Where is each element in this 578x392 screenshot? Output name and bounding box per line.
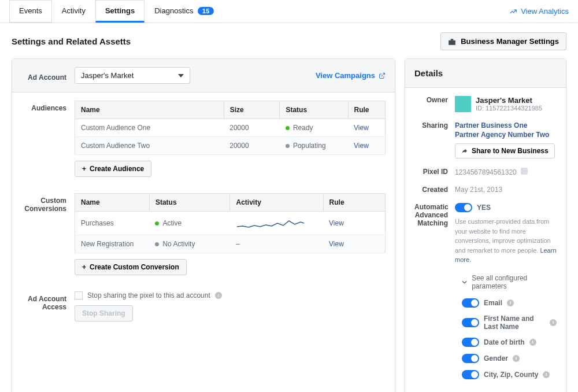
- aam-label: Automatic Advanced Matching: [414, 203, 455, 265]
- status-dot-icon: [155, 242, 159, 246]
- tab-diagnostics[interactable]: Diagnostics 15: [144, 0, 224, 23]
- status-dot-icon: [286, 144, 290, 148]
- chevron-down-icon: [462, 279, 467, 285]
- view-rule-link[interactable]: View: [354, 124, 369, 132]
- audiences-header-size: Size: [224, 101, 280, 119]
- sharing-label: Sharing: [414, 121, 455, 158]
- info-icon[interactable]: i: [543, 371, 550, 378]
- copy-icon[interactable]: [521, 168, 528, 175]
- conversions-table: Name Status Activity Rule Purchases Acti…: [75, 193, 386, 253]
- stop-sharing-label: Stop sharing the pixel to this ad accoun…: [87, 291, 210, 299]
- main-panel: Ad Account Jasper's Market View Campaign…: [12, 58, 395, 392]
- param-toggle-name[interactable]: [462, 318, 479, 327]
- param-row: First Name and Last Name i: [462, 315, 557, 331]
- details-panel: Details Owner Jasper's Market ID: 115722…: [405, 58, 566, 392]
- page-title: Settings and Related Assetts: [12, 36, 131, 46]
- tab-activity[interactable]: Activity: [52, 0, 95, 23]
- param-row: Date of birth i: [462, 338, 557, 347]
- trend-up-icon: [509, 8, 517, 16]
- create-audience-button[interactable]: + Create Audience: [75, 161, 151, 177]
- pixel-id-label: Pixel ID: [414, 168, 455, 176]
- see-all-params-toggle[interactable]: See all configured parameters: [462, 274, 557, 290]
- param-toggle-dob[interactable]: [462, 338, 479, 347]
- briefcase-icon: [448, 38, 456, 45]
- tab-settings[interactable]: Settings: [95, 0, 144, 23]
- owner-label: Owner: [414, 96, 455, 112]
- created-label: Created: [414, 186, 455, 194]
- plus-icon: +: [82, 165, 86, 173]
- external-link-icon: [379, 72, 386, 79]
- stop-sharing-checkbox[interactable]: [75, 291, 83, 299]
- info-icon[interactable]: i: [513, 355, 520, 362]
- owner-id: ID: 1157221344321985: [476, 105, 542, 112]
- svg-rect-0: [449, 40, 455, 45]
- details-title: Details: [405, 59, 566, 88]
- tab-bar: Events Activity Settings Diagnostics 15: [9, 0, 224, 23]
- chevron-down-icon: [178, 74, 184, 77]
- owner-name: Jasper's Market: [476, 96, 542, 105]
- audiences-header-status: Status: [280, 101, 348, 119]
- tab-events[interactable]: Events: [9, 0, 52, 23]
- created-value: May 21st, 2013: [455, 186, 557, 194]
- share-to-new-business-button[interactable]: Share to New Business: [455, 143, 555, 158]
- svg-line-2: [381, 73, 385, 76]
- conv-header-name: Name: [75, 194, 150, 212]
- param-row: Gender i: [462, 354, 557, 363]
- conv-header-activity: Activity: [230, 194, 323, 212]
- conversions-label: Custom Conversions: [21, 193, 75, 275]
- status-dot-icon: [155, 221, 159, 225]
- audiences-label: Audiences: [21, 101, 75, 177]
- tab-diagnostics-label: Diagnostics: [154, 6, 193, 15]
- table-row: Custom Audience Two 20000 Populating Vie…: [75, 137, 386, 155]
- svg-rect-1: [451, 39, 454, 40]
- stop-sharing-button[interactable]: Stop Sharing: [75, 305, 133, 321]
- create-conversion-button[interactable]: + Create Custom Conversion: [75, 259, 187, 275]
- conv-header-status: Status: [149, 194, 230, 212]
- business-manager-settings-button[interactable]: Business Manager Settings: [440, 32, 566, 50]
- view-rule-link[interactable]: View: [329, 219, 344, 227]
- conv-header-rule: Rule: [323, 194, 385, 212]
- partner-link[interactable]: Partner Business One: [455, 121, 557, 130]
- info-icon[interactable]: i: [529, 339, 536, 346]
- view-rule-link[interactable]: View: [354, 142, 369, 150]
- param-toggle-gender[interactable]: [462, 354, 479, 363]
- view-analytics-link[interactable]: View Analytics: [509, 7, 569, 16]
- info-icon[interactable]: i: [215, 292, 222, 299]
- info-icon[interactable]: i: [550, 319, 557, 326]
- partner-link[interactable]: Partner Agency Number Two: [455, 131, 557, 139]
- access-label: Ad Account Access: [21, 291, 75, 321]
- ad-account-dropdown[interactable]: Jasper's Market: [75, 67, 190, 84]
- aam-toggle[interactable]: [455, 203, 472, 212]
- ad-account-label: Ad Account: [21, 70, 75, 82]
- audiences-header-rule: Rule: [348, 101, 385, 119]
- audiences-header-name: Name: [75, 101, 224, 119]
- audiences-table: Name Size Status Rule Custom Audience On…: [75, 101, 386, 155]
- param-row: City, Zip, County i: [462, 370, 557, 379]
- table-row: New Registration No Activity – View: [75, 235, 386, 253]
- status-dot-icon: [286, 126, 290, 130]
- diagnostics-badge: 15: [198, 7, 214, 15]
- plus-icon: +: [82, 263, 86, 271]
- view-rule-link[interactable]: View: [329, 240, 344, 248]
- activity-sparkline: [236, 216, 305, 230]
- info-icon[interactable]: i: [507, 299, 514, 306]
- view-campaigns-link[interactable]: View Campaigns: [316, 71, 386, 80]
- aam-toggle-text: YES: [477, 204, 491, 212]
- owner-avatar: [455, 96, 471, 112]
- param-toggle-location[interactable]: [462, 370, 479, 379]
- table-row: Purchases Active View: [75, 212, 386, 235]
- pixel-id-value: 1234567894561320: [455, 168, 517, 176]
- aam-description: Use customer-provided data from your web…: [455, 217, 557, 265]
- param-toggle-email[interactable]: [462, 298, 479, 308]
- param-row: Email i: [462, 298, 557, 308]
- table-row: Custom Audience One 20000 Ready View: [75, 119, 386, 137]
- share-icon: [461, 147, 468, 154]
